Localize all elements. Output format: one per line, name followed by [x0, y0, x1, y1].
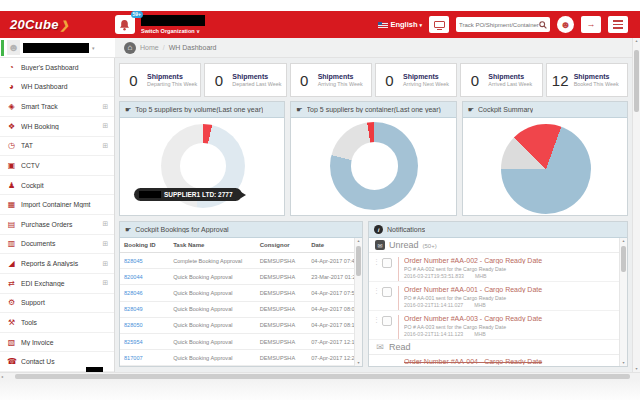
expand-icon[interactable]: ⊞ [102, 142, 109, 150]
col-consignor[interactable]: Consignor [256, 238, 307, 253]
sidebar-item-tools[interactable]: ⚒Tools [0, 313, 114, 333]
booking-id-link[interactable]: 817007 [120, 350, 169, 366]
cockpit-summary-pie[interactable] [501, 124, 591, 214]
scroll-down-icon[interactable]: ▾ [620, 360, 627, 366]
panel-title: Notifications [387, 226, 425, 233]
sidebar-item-documents[interactable]: ▥Documents⊞ [0, 235, 114, 255]
expand-icon[interactable]: ⊞ [102, 103, 109, 111]
bottom-row: ☛Cockpit Bookings for Approval Booking I… [119, 221, 628, 367]
table-row[interactable]: 817007Quick Booking ApprovalDEMSUPSHA07-… [120, 350, 354, 366]
table-row[interactable]: 820044Quick Booking ApprovalDEMSUPSHA23-… [120, 269, 354, 285]
sidebar-item-reports-analysis[interactable]: ◢Reports & Analysis⊞ [0, 254, 114, 274]
expand-icon[interactable]: ⊞ [102, 220, 109, 228]
sidebar-item-smart-track[interactable]: ◈Smart Track⊞ [0, 97, 114, 117]
stat-card-arrived-last-week: 0ShipmentsArrived Last Week [460, 63, 542, 97]
monitor-icon [434, 21, 445, 28]
breadcrumb-separator: / [163, 44, 165, 51]
notification-checkbox[interactable] [382, 258, 392, 268]
drag-handle-icon[interactable]: ⋮⋮ [373, 289, 380, 310]
content-area: ◔Buyer's Dashboard ◕WH Dashboard ◈Smart … [0, 58, 632, 372]
table-row[interactable]: 828046Quick Booking ApprovalDEMSUPSHA04-… [120, 285, 354, 301]
support-button[interactable]: ☻ [557, 16, 574, 33]
notification-item[interactable]: ⋮⋮ Order Number #AA-003 - Cargo Ready Da… [369, 311, 619, 340]
scrollbar-thumb[interactable] [634, 50, 639, 112]
breadcrumb-current: WH Dashboard [169, 44, 217, 51]
brand-logo[interactable]: 20Cube ❯ [10, 17, 69, 32]
table-row[interactable]: 828049Quick Booking ApprovalDEMSUPSHA04-… [120, 301, 354, 317]
logout-button[interactable]: → [581, 16, 601, 33]
booking-id-link[interactable]: 828049 [120, 301, 169, 317]
scroll-down-icon[interactable]: ▾ [355, 360, 362, 366]
chevron-down-icon: ∨ [196, 28, 200, 34]
search-icon[interactable] [539, 21, 547, 29]
notification-item[interactable]: ⋮⋮ Order Number #AA-002 - Cargo Ready Da… [369, 253, 619, 282]
stat-card-arriving-this-week: 0ShipmentsArriving This Week [290, 63, 372, 97]
booking-id-link[interactable]: 828050 [120, 317, 169, 333]
sidebar-item-import-container-mgmt[interactable]: ▦Import Container Mgmt [0, 195, 114, 215]
drag-handle-icon[interactable]: ⋮⋮ [373, 260, 380, 281]
expand-icon[interactable]: ⊞ [102, 260, 109, 268]
table-row[interactable]: 825954Quick Booking ApprovalDEMSUPSHA07-… [120, 333, 354, 349]
col-booking-id[interactable]: Booking ID [120, 238, 169, 253]
search-input[interactable] [459, 22, 539, 28]
col-date[interactable]: Date [307, 238, 354, 253]
menu-button[interactable] [608, 16, 628, 33]
table-scrollbar[interactable]: ▴ ▾ [354, 238, 362, 366]
sidebar-item-cctv[interactable]: ▣CCTV [0, 156, 114, 176]
page-vertical-scrollbar[interactable]: ▴ ▾ [632, 38, 640, 372]
avatar: ☻ [7, 40, 20, 55]
cockpit-icon: ♟ [7, 181, 16, 190]
sidebar-item-wh-dashboard[interactable]: ◕WH Dashboard [0, 78, 114, 98]
page-horizontal-scrollbar[interactable]: ◂ [0, 372, 640, 379]
sidebar-item-cockpit[interactable]: ♟Cockpit [0, 176, 114, 196]
suppliers-by-container-donut[interactable] [330, 122, 418, 210]
notification-checkbox[interactable] [382, 287, 392, 297]
sidebar-item-wh-booking[interactable]: ❖WH Booking⊞ [0, 117, 114, 137]
notifications-scrollbar[interactable]: ▴ ▾ [619, 238, 627, 366]
booking-id-link[interactable]: 825954 [120, 333, 169, 349]
dashboard-icon: ◕ [7, 82, 16, 91]
table-row[interactable]: 828050Quick Booking ApprovalDEMSUPSHA04-… [120, 317, 354, 333]
language-selector[interactable]: English ▾ [378, 20, 422, 29]
online-status-bar [1, 40, 4, 56]
switch-organization-dropdown[interactable]: Switch Organization ∨ [141, 28, 205, 34]
scroll-up-icon[interactable]: ▴ [633, 38, 640, 44]
notification-timestamp: 2016-03-21T11:14:11.123 [404, 331, 463, 337]
sidebar-item-buyers-dashboard[interactable]: ◔Buyer's Dashboard [0, 58, 114, 78]
sidebar-item-edi-exchange[interactable]: ⇄EDI Exchange⊞ [0, 274, 114, 294]
scrollbar-thumb[interactable] [621, 246, 626, 272]
home-icon[interactable]: ⌂ [124, 42, 136, 54]
notification-item-read[interactable]: Order Number #AA-004 - Cargo Ready Date [369, 355, 619, 366]
cockpit-summary-panel: ☛Cockpit Summary [462, 101, 628, 216]
booking-id-link[interactable]: 828046 [120, 285, 169, 301]
screen-share-button[interactable] [429, 16, 449, 33]
expand-icon[interactable]: ⊞ [102, 122, 109, 130]
expand-icon[interactable]: ⊞ [102, 240, 109, 248]
sidebar-item-support[interactable]: ⚙Support [0, 294, 114, 314]
table-row[interactable]: 828045Complete Booking ApprovalDEMSUPSHA… [120, 253, 354, 269]
below-page-area [0, 379, 640, 400]
notification-checkbox[interactable] [382, 316, 392, 326]
app-window: 20Cube ❯ 59+ Switch Organization ∨ Engli… [0, 0, 640, 400]
sidebar-item-purchase-orders[interactable]: ▤Purchase Orders⊞ [0, 215, 114, 235]
booking-id-link[interactable]: 820044 [120, 269, 169, 285]
redacted-user-name [23, 43, 89, 53]
exchange-icon: ⇄ [7, 279, 16, 288]
col-task-name[interactable]: Task Name [169, 238, 256, 253]
user-profile-menu[interactable]: ☻ ▾ [0, 38, 115, 58]
organization-block: Switch Organization ∨ [141, 15, 205, 34]
language-flag-icon [378, 22, 388, 28]
drag-handle-icon[interactable]: ⋮⋮ [373, 318, 380, 339]
booking-id-link[interactable]: 828045 [120, 253, 169, 269]
notification-item[interactable]: ⋮⋮ Order Number #AA-001 - Cargo Ready Da… [369, 282, 619, 311]
scrollbar-thumb[interactable] [356, 246, 361, 276]
expand-icon[interactable]: ⊞ [102, 279, 109, 287]
scroll-up-icon[interactable]: ▴ [620, 238, 627, 244]
shipment-stats-row: 0ShipmentsDeparting This Week 0Shipments… [119, 63, 628, 97]
sidebar-item-my-invoice[interactable]: ▧My Invoice [0, 333, 114, 353]
breadcrumb-home[interactable]: Home [140, 44, 159, 51]
stat-value: 0 [120, 72, 147, 89]
scroll-up-icon[interactable]: ▴ [355, 238, 362, 244]
sidebar-item-tat[interactable]: ◷TAT⊞ [0, 137, 114, 157]
header-notifications-button[interactable]: 59+ [115, 15, 135, 34]
